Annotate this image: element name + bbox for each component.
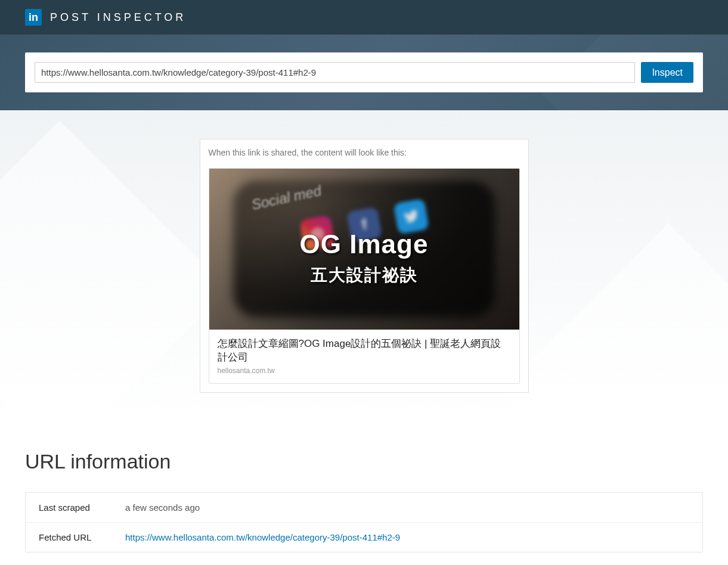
url-info-heading: URL information xyxy=(25,450,703,473)
row-key-fetched-url: Fetched URL xyxy=(39,532,125,542)
inspect-button[interactable]: Inspect xyxy=(641,62,693,83)
social-media-bg-text: Social med xyxy=(250,182,323,213)
url-input[interactable] xyxy=(35,62,635,83)
preview-section: When this link is shared, the content wi… xyxy=(0,110,728,421)
preview-label: When this link is shared, the content wi… xyxy=(209,148,520,157)
row-value-fetched-url[interactable]: https://www.hellosanta.com.tw/knowledge/… xyxy=(125,532,400,542)
share-title: 怎麼設計文章縮圖?OG Image設計的五個祕訣 | 聖誕老人網頁設計公司 xyxy=(218,337,511,364)
og-image-title: OG Image xyxy=(300,229,429,259)
row-key-last-scraped: Last scraped xyxy=(39,502,125,513)
row-value-last-scraped: a few seconds ago xyxy=(125,502,200,513)
url-info-section: URL information Last scraped a few secon… xyxy=(0,421,728,564)
url-info-table: Last scraped a few seconds ago Fetched U… xyxy=(25,492,703,552)
share-image: Social med ◎ f OG Image 五大設計祕訣 xyxy=(209,169,519,330)
table-row: Fetched URL https://www.hellosanta.com.t… xyxy=(26,523,702,552)
app-title: POST INSPECTOR xyxy=(50,11,186,24)
table-row: Last scraped a few seconds ago xyxy=(26,493,702,523)
share-domain: hellosanta.com.tw xyxy=(218,367,511,375)
linkedin-icon[interactable]: in xyxy=(25,9,42,26)
share-meta: 怎麼設計文章縮圖?OG Image設計的五個祕訣 | 聖誕老人網頁設計公司 he… xyxy=(209,330,519,383)
app-header: in POST INSPECTOR xyxy=(0,0,728,35)
input-panel: Inspect xyxy=(25,52,703,92)
preview-card: When this link is shared, the content wi… xyxy=(200,139,529,393)
share-preview: Social med ◎ f OG Image 五大設計祕訣 怎麼設計文章縮圖?… xyxy=(209,168,520,384)
og-image-subtitle: 五大設計祕訣 xyxy=(311,264,418,287)
hero-section: Inspect xyxy=(0,35,728,110)
